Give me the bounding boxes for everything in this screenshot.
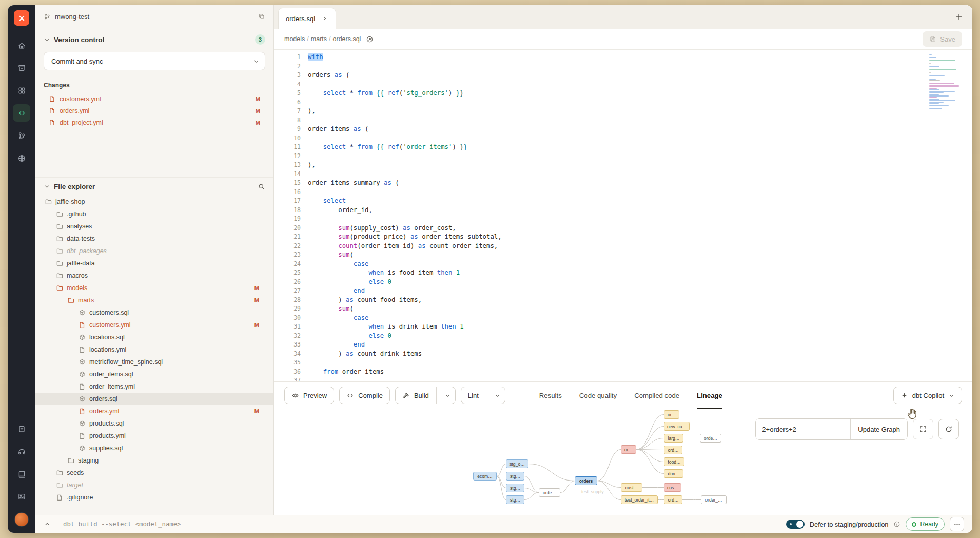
preview-button[interactable]: Preview xyxy=(284,387,334,404)
commit-dropdown-button[interactable] xyxy=(247,52,265,70)
lineage-node-ord1[interactable]: ord… xyxy=(664,446,682,454)
file-explorer-header[interactable]: File explorer xyxy=(35,183,273,190)
close-icon[interactable] xyxy=(322,15,328,22)
tree-item[interactable]: metricflow_time_spine.sql xyxy=(35,356,273,368)
tree-item[interactable]: .github xyxy=(35,208,273,220)
tree-item[interactable]: order_items.yml xyxy=(35,380,273,393)
code-line[interactable]: 8 xyxy=(274,116,972,125)
code-line[interactable]: 29 sum( xyxy=(274,304,972,314)
lineage-node-larg[interactable]: larg… xyxy=(664,434,683,443)
lineage-node-stg2[interactable]: stg… xyxy=(506,484,524,492)
code-line[interactable]: 20 sum(supply_cost) as order_cost, xyxy=(274,224,972,233)
lineage-node-orde[interactable]: orde… xyxy=(539,488,560,497)
breadcrumb-segment[interactable]: orders.sql xyxy=(333,35,361,43)
tree-item[interactable]: .gitignore xyxy=(35,491,273,504)
changed-file-row[interactable]: dbt_project.ymlM xyxy=(44,117,265,128)
code-line[interactable]: 13), xyxy=(274,161,972,170)
lint-dropdown-button[interactable] xyxy=(491,387,505,404)
tab-compiled-code[interactable]: Compiled code xyxy=(634,382,679,409)
lineage-node-ecom[interactable]: ecom… xyxy=(473,472,497,481)
nav-grid-button[interactable] xyxy=(13,82,30,99)
tree-item[interactable]: supplies.sql xyxy=(35,442,273,454)
tree-item[interactable]: seeds xyxy=(35,467,273,479)
code-line[interactable]: 36 from order_items xyxy=(274,368,972,377)
code-line[interactable]: 12 xyxy=(274,152,972,161)
lineage-node-cusp[interactable]: cus… xyxy=(664,483,681,492)
command-input[interactable]: dbt build --select <model_name> xyxy=(63,521,181,528)
tree-item[interactable]: martsM xyxy=(35,294,273,306)
code-line[interactable]: 7), xyxy=(274,107,972,116)
lineage-node-food[interactable]: food… xyxy=(664,457,684,466)
lineage-node-orderw[interactable]: order_… xyxy=(701,495,727,504)
lineage-node-stg1[interactable]: stg… xyxy=(506,472,524,481)
panel-collapse-button[interactable] xyxy=(41,517,54,531)
code-line[interactable]: 24 case xyxy=(274,260,972,269)
code-line[interactable]: 31 when is_drink_item then 1 xyxy=(274,322,972,332)
code-line[interactable]: 18 order_id, xyxy=(274,206,972,215)
compile-button[interactable]: Compile xyxy=(339,387,390,404)
tree-item[interactable]: locations.yml xyxy=(35,343,273,356)
tree-item[interactable]: modelsM xyxy=(35,282,273,294)
user-avatar[interactable] xyxy=(14,512,29,527)
code-editor[interactable]: 1with23orders as (45 select * from {{ re… xyxy=(274,50,972,381)
tree-item[interactable]: staging xyxy=(35,454,273,467)
nav-branch-button[interactable] xyxy=(13,127,30,144)
dbt-logo[interactable] xyxy=(14,10,29,26)
lineage-node-stg3[interactable]: stg… xyxy=(506,495,524,504)
code-line[interactable]: 15order_items_summary as ( xyxy=(274,179,972,188)
code-line[interactable]: 22 count(order_item_id) as count_order_i… xyxy=(274,242,972,251)
tree-item[interactable]: macros xyxy=(35,270,273,282)
search-icon[interactable] xyxy=(258,183,265,190)
changed-file-row[interactable]: orders.ymlM xyxy=(44,105,265,117)
code-line[interactable]: 10 xyxy=(274,134,972,143)
tree-item[interactable]: order_items.sql xyxy=(35,368,273,380)
tab-code-quality[interactable]: Code quality xyxy=(579,382,617,409)
lint-button[interactable]: Lint xyxy=(461,387,505,404)
tree-item[interactable]: target xyxy=(35,479,273,491)
tree-item[interactable]: orders.ymlM xyxy=(35,405,273,417)
refresh-button[interactable] xyxy=(938,419,959,439)
code-line[interactable]: 6 xyxy=(274,98,972,107)
lineage-node-cust[interactable]: cust… xyxy=(621,483,642,492)
code-line[interactable]: 4 xyxy=(274,80,972,89)
code-line[interactable]: 9order_items as ( xyxy=(274,125,972,134)
lineage-node-newcu[interactable]: new_cu… xyxy=(664,422,690,431)
tree-item[interactable]: products.yml xyxy=(35,430,273,442)
code-line[interactable]: 3orders as ( xyxy=(274,71,972,80)
breadcrumb-segment[interactable]: marts xyxy=(311,35,327,43)
lineage-node-ordew[interactable]: orde… xyxy=(700,434,721,443)
new-tab-button[interactable] xyxy=(955,13,963,21)
tree-item[interactable]: locations.sql xyxy=(35,331,273,343)
build-dropdown-button[interactable] xyxy=(441,387,455,404)
code-line[interactable]: 23 sum( xyxy=(274,251,972,260)
update-graph-button[interactable]: Update Graph xyxy=(850,419,907,439)
tab-orders-sql[interactable]: orders.sql xyxy=(278,8,336,29)
tab-lineage[interactable]: Lineage xyxy=(697,382,722,409)
code-line[interactable]: 16 xyxy=(274,188,972,197)
dbt-copilot-button[interactable]: dbt Copilot xyxy=(893,387,962,404)
tree-item[interactable]: data-tests xyxy=(35,233,273,245)
code-line[interactable]: 19 xyxy=(274,215,972,224)
tree-item[interactable]: analyses xyxy=(35,220,273,233)
version-control-header[interactable]: Version control 3 xyxy=(44,34,265,45)
more-options-button[interactable] xyxy=(950,517,964,531)
copy-icon[interactable] xyxy=(258,13,265,20)
code-line[interactable]: 34 ) as count_drink_items xyxy=(274,350,972,359)
nav-home-button[interactable] xyxy=(13,36,30,54)
code-line[interactable]: 30 case xyxy=(274,314,972,323)
lineage-node-testo[interactable]: test_order_it… xyxy=(621,495,658,504)
tree-item[interactable]: jaffle-shop xyxy=(35,196,273,208)
code-line[interactable]: 26 else 0 xyxy=(274,278,972,287)
lineage-node-ory[interactable]: or… xyxy=(664,410,679,419)
open-docs-icon[interactable] xyxy=(366,35,374,43)
nav-globe-button[interactable] xyxy=(13,149,30,167)
nav-archive-button[interactable] xyxy=(13,59,30,76)
code-line[interactable]: 5 select * from {{ ref('stg_orders') }} xyxy=(274,89,972,98)
code-line[interactable]: 17 select xyxy=(274,197,972,206)
tree-item[interactable]: dbt_packages xyxy=(35,245,273,257)
code-line[interactable]: 11 select * from {{ ref('order_items') }… xyxy=(274,143,972,152)
code-line[interactable]: 1with xyxy=(274,53,972,62)
lineage-node-ord2[interactable]: ord… xyxy=(664,495,682,504)
tree-item[interactable]: products.sql xyxy=(35,417,273,430)
lineage-node-orders[interactable]: orders xyxy=(575,476,597,485)
